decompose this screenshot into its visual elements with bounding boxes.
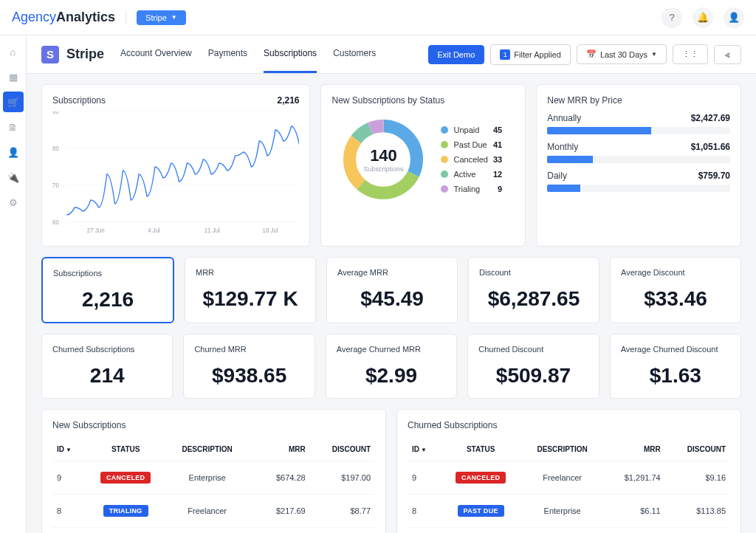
cell-mrr: $1,834.52 xyxy=(603,528,665,534)
cell-status: TRIALING xyxy=(85,495,167,528)
metric-card[interactable]: Churned MRR$938.65 xyxy=(183,334,315,399)
table-row[interactable]: 9 CANCELED Freelancer $1,291.74 $9.16 xyxy=(408,461,730,495)
cell-description: Enterprise xyxy=(166,528,247,534)
metric-label: Average MRR xyxy=(337,268,447,277)
tab-payments[interactable]: Payments xyxy=(208,35,247,73)
donut-title: New Subscriptions by Status xyxy=(331,95,444,106)
tab-subscriptions[interactable]: Subscriptions xyxy=(264,35,317,73)
integration-selector[interactable]: Stripe▼ xyxy=(137,10,186,25)
nav-home-icon[interactable]: ⌂ xyxy=(3,41,24,62)
svg-text:70: 70 xyxy=(52,182,59,190)
metric-card[interactable]: Churned Subscriptions214 xyxy=(41,334,173,399)
tab-account-overview[interactable]: Account Overview xyxy=(120,35,192,73)
col-discount[interactable]: DISCOUNT xyxy=(665,438,730,461)
line-chart: 6070809027 Jun4 Jul11 Jul18 Jul xyxy=(52,111,299,235)
cell-description: Freelancer xyxy=(521,461,602,495)
new-subs-title: New Subscriptions xyxy=(52,420,375,430)
help-icon[interactable]: ? xyxy=(662,7,682,28)
progress-bar xyxy=(547,127,730,134)
chevron-down-icon: ▼ xyxy=(171,14,177,21)
col-id[interactable]: ID▼ xyxy=(52,438,85,461)
legend-label: Past Due xyxy=(453,140,487,149)
nav-settings-icon[interactable]: ⚙ xyxy=(3,192,24,213)
col-status[interactable]: STATUS xyxy=(440,438,522,461)
nav-file-icon[interactable]: 🗎 xyxy=(3,117,24,137)
table-row[interactable]: 7 CANCELED Enterprise $1,963.77 $19.33 xyxy=(52,528,375,534)
exit-demo-button[interactable]: Exit Demo xyxy=(428,45,485,64)
metric-card[interactable]: MRR$129.77 K xyxy=(185,257,316,323)
col-status[interactable]: STATUS xyxy=(85,438,167,461)
cell-discount: $8.77 xyxy=(310,495,375,528)
table-row[interactable]: 8 TRIALING Freelancer $217.69 $8.77 xyxy=(52,495,375,528)
status-badge: PAST DUE xyxy=(458,505,504,517)
metric-value: 2,216 xyxy=(53,288,162,312)
nav-grid-icon[interactable]: ▦ xyxy=(3,66,24,87)
metric-label: Subscriptions xyxy=(53,269,162,278)
integration-name: Stripe xyxy=(145,13,167,22)
metric-label: MRR xyxy=(196,268,305,277)
cell-mrr: $217.69 xyxy=(248,495,310,528)
filter-button[interactable]: 1Filter Applied xyxy=(490,44,571,65)
divider xyxy=(126,10,126,25)
chevron-down-icon: ▼ xyxy=(651,51,657,58)
mrr-row-value: $1,051.66 xyxy=(691,142,730,152)
new-subs-table-card: New Subscriptions ID▼ STATUS DESCRIPTION… xyxy=(41,409,386,533)
logo[interactable]: AgencyAnalytics xyxy=(12,10,115,25)
cell-discount: $159.26 xyxy=(665,528,730,534)
nav-cart-icon[interactable]: 🛒 xyxy=(3,92,24,112)
donut-chart: 140Subscriptions xyxy=(339,115,427,204)
nav-plug-icon[interactable]: 🔌 xyxy=(3,167,24,188)
svg-text:90: 90 xyxy=(52,111,59,115)
cell-id: 7 xyxy=(408,528,440,534)
tab-customers[interactable]: Customers xyxy=(333,35,376,73)
col-mrr[interactable]: MRR xyxy=(603,438,665,461)
metric-label: Discount xyxy=(479,268,588,277)
col-mrr[interactable]: MRR xyxy=(248,438,310,461)
stripe-badge-icon: S xyxy=(41,46,59,63)
metric-value: $45.49 xyxy=(337,287,447,311)
date-range-button[interactable]: 📅 Last 30 Days ▼ xyxy=(577,44,667,64)
legend-item: Active12 xyxy=(441,170,502,179)
metric-card[interactable]: Subscriptions2,216 xyxy=(41,257,174,323)
nav-user-icon[interactable]: 👤 xyxy=(3,142,24,162)
metric-card[interactable]: Average Discount$33.46 xyxy=(610,257,741,323)
col-description[interactable]: DESCRIPTION xyxy=(166,438,247,461)
logo-part2: Analytics xyxy=(56,10,115,24)
topbar: AgencyAnalytics Stripe▼ ? 🔔 👤 xyxy=(0,0,756,35)
metric-value: $509.87 xyxy=(478,364,588,388)
metric-card[interactable]: Churned Discount$509.87 xyxy=(467,334,599,399)
svg-text:60: 60 xyxy=(52,219,59,227)
notifications-icon[interactable]: 🔔 xyxy=(693,7,713,28)
svg-text:4 Jul: 4 Jul xyxy=(148,227,160,235)
cell-id: 9 xyxy=(52,461,85,495)
metric-card[interactable]: Average Churned MRR$2.99 xyxy=(326,334,457,399)
settings-button[interactable]: ⋮⋮ xyxy=(673,44,708,64)
churned-subs-title: Churned Subscriptions xyxy=(408,420,730,430)
chart-total: 2,216 xyxy=(277,95,299,106)
mrr-price-card: New MRR by Price Annually$2,427.69Monthl… xyxy=(536,84,741,247)
legend-item: Unpaid45 xyxy=(441,125,502,134)
metric-card[interactable]: Average Churned Discount$1.63 xyxy=(610,334,741,399)
cell-status: CANCELED xyxy=(85,461,167,495)
cell-status: CANCELED xyxy=(440,461,522,495)
cell-discount: $19.33 xyxy=(310,528,375,534)
user-avatar-icon[interactable]: 👤 xyxy=(724,7,744,28)
table-row[interactable]: 8 PAST DUE Enterprise $6.11 $113.85 xyxy=(408,495,730,528)
mrr-price-title: New MRR by Price xyxy=(547,95,622,106)
legend-dot-icon xyxy=(441,141,448,148)
metric-card[interactable]: Average MRR$45.49 xyxy=(326,257,458,323)
cell-mrr: $6.11 xyxy=(603,495,665,528)
col-description[interactable]: DESCRIPTION xyxy=(521,438,602,461)
metric-value: $129.77 K xyxy=(196,287,305,311)
share-button[interactable]: ⪡ xyxy=(714,45,741,64)
progress-bar xyxy=(547,185,730,192)
col-id[interactable]: ID▼ xyxy=(408,438,440,461)
table-row[interactable]: 9 CANCELED Enterprise $674.28 $197.00 xyxy=(52,461,375,495)
legend-label: Active xyxy=(453,170,475,179)
date-range-label: Last 30 Days xyxy=(600,50,647,59)
col-discount[interactable]: DISCOUNT xyxy=(310,438,375,461)
legend-label: Trialing xyxy=(453,185,480,193)
page-title: Stripe xyxy=(66,47,104,62)
metric-card[interactable]: Discount$6,287.65 xyxy=(468,257,599,323)
table-row[interactable]: 7 UNPAID Agency $1,834.52 $159.26 xyxy=(408,528,730,534)
